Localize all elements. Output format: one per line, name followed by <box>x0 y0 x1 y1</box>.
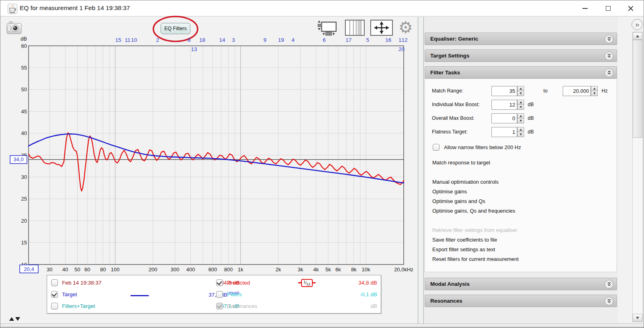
chevron-double-down-icon[interactable] <box>605 297 613 305</box>
legend-right-column: Predicted1⁄1234,8 dBFilters-0,1 dBResona… <box>216 277 377 312</box>
spin-down-button[interactable] <box>517 132 524 137</box>
svg-text:50: 50 <box>21 86 27 92</box>
allow-narrow-filters-checkbox[interactable] <box>433 144 440 151</box>
legend-checkbox-left[interactable] <box>51 303 58 310</box>
svg-text:15: 15 <box>21 240 27 246</box>
db-unit-label: dB <box>528 102 534 107</box>
svg-text:9: 9 <box>263 37 266 43</box>
legend-trace-label: Feb 14 19:38:37 <box>62 280 101 286</box>
svg-text:8: 8 <box>188 37 191 43</box>
spin-up-button[interactable] <box>517 86 524 91</box>
action-manual-optimisation-controls[interactable]: Manual optimisation controls <box>425 177 617 187</box>
section-filter-tasks[interactable]: Filter Tasks <box>425 66 617 79</box>
svg-text:19: 19 <box>278 37 284 43</box>
graph-splitter-control[interactable] <box>9 317 20 321</box>
svg-text:8k: 8k <box>351 266 357 273</box>
collapse-panel-button[interactable]: » <box>632 19 643 30</box>
overall-max-boost-label: Overall Max Boost: <box>432 115 491 121</box>
minimize-button[interactable] <box>574 0 596 16</box>
scroll-down-button[interactable] <box>633 314 642 322</box>
legend-checkbox-left[interactable] <box>51 279 58 286</box>
chevron-double-down-icon[interactable] <box>605 51 613 60</box>
window-title: EQ for measurement 1 Feb 14 19:38:37 <box>20 4 130 12</box>
legend-checkbox-left[interactable] <box>51 291 58 298</box>
chevron-double-down-icon[interactable] <box>605 280 613 289</box>
chevron-double-down-icon[interactable] <box>605 35 613 43</box>
spin-down-button[interactable] <box>517 119 524 123</box>
action-optimise-gains[interactable]: Optimise gains <box>425 187 617 196</box>
maximize-icon <box>606 6 611 11</box>
close-button[interactable] <box>619 0 642 16</box>
spin-up-button[interactable] <box>517 100 524 105</box>
eq-chart[interactable]: 6055504540353025201510dB3040506080100200… <box>9 35 417 276</box>
pan-zoom-button[interactable] <box>370 19 393 36</box>
section-modal-analysis[interactable]: Modal Analysis <box>425 278 617 290</box>
spin-up-button[interactable] <box>517 127 524 132</box>
legend-row-filters: Filters-0,1 dB <box>216 289 377 300</box>
legend-checkbox-right <box>216 303 223 310</box>
double-chevron-right-icon: » <box>635 20 640 28</box>
svg-text:12: 12 <box>401 37 407 43</box>
match-range-from-spinner <box>491 86 524 96</box>
legend-line-swatch <box>130 291 149 297</box>
individual-max-boost-input[interactable] <box>491 100 517 110</box>
svg-text:6: 6 <box>323 37 326 43</box>
action-retrieve-filter-settings-from-equaliser: Retrieve filter settings from equaliser <box>425 225 617 235</box>
svg-text:45: 45 <box>21 109 27 115</box>
legend-value: -0,1 dB <box>359 291 377 297</box>
overall-max-boost-input[interactable] <box>491 113 517 123</box>
match-range-from-input[interactable] <box>491 86 517 96</box>
hz-unit-label: Hz <box>601 88 607 94</box>
target-line-swatch <box>130 295 149 297</box>
chevron-double-up-icon[interactable] <box>605 68 613 77</box>
svg-text:20: 20 <box>398 46 405 52</box>
spin-up-button[interactable] <box>517 113 524 119</box>
filter-tasks-body: Match Range: to Hz Individual Max Boost: <box>425 79 617 272</box>
maximize-button[interactable] <box>597 0 619 16</box>
spin-down-button[interactable] <box>591 91 598 96</box>
svg-text:20,4: 20,4 <box>24 266 34 272</box>
gear-settings-icon[interactable]: ⚙ <box>397 19 414 36</box>
spin-up-button[interactable] <box>591 86 598 91</box>
panel-scrollbar[interactable] <box>632 32 643 322</box>
svg-text:13: 13 <box>191 46 197 52</box>
svg-text:30: 30 <box>47 266 52 273</box>
match-response-to-target-action[interactable]: Match response to target <box>425 158 617 167</box>
svg-text:60: 60 <box>21 43 27 49</box>
section-resonances[interactable]: Resonances <box>425 295 617 307</box>
splitter-down-icon <box>15 317 20 321</box>
splitter-up-icon <box>9 317 14 321</box>
svg-text:15: 15 <box>115 37 121 43</box>
legend-left-column: Feb 14 19:38:3734,8 dBTarget37,2 dBHOUSE… <box>51 277 239 312</box>
pane-divider[interactable] <box>418 17 424 328</box>
capture-graph-image-button[interactable] <box>6 20 22 35</box>
legend-trace-label: Target <box>62 291 77 297</box>
frequency-axis-button[interactable] <box>345 19 365 36</box>
flatness-target-input[interactable] <box>491 127 517 137</box>
legend-checkbox-right[interactable] <box>216 291 223 298</box>
action-export-filter-settings-as-text[interactable]: Export filter settings as text <box>425 244 617 254</box>
legend-row-filters-target: Filters+Target37,1 dB <box>51 300 239 312</box>
spin-down-button[interactable] <box>517 105 524 110</box>
action-reset-filters-for-current-measurement[interactable]: Reset filters for current measurement <box>425 254 617 264</box>
match-range-to-input[interactable] <box>563 86 591 96</box>
smoothing-1-12-icon[interactable]: 1⁄12 <box>301 279 313 287</box>
legend-checkbox-right[interactable] <box>216 279 223 286</box>
section-filter-tasks-title: Filter Tasks <box>430 70 460 76</box>
overall-max-boost-row: Overall Max Boost: dB <box>425 111 617 125</box>
scrollbar-thumb[interactable] <box>633 40 642 138</box>
svg-text:40: 40 <box>21 130 27 136</box>
scroll-up-button[interactable] <box>633 32 642 40</box>
legend-value: 34,8 dB <box>358 280 377 286</box>
eq-filters-button[interactable]: EQ Filters <box>161 23 190 34</box>
section-equaliser[interactable]: Equaliser: Generic <box>425 33 617 45</box>
action-optimise-gains-and-qs[interactable]: Optimise gains and Qs <box>425 196 617 206</box>
bottom-strip <box>0 324 644 328</box>
spin-down-button[interactable] <box>517 91 524 96</box>
legend-row-feb-14-19-38-37: Feb 14 19:38:3734,8 dB <box>51 277 239 289</box>
section-target-settings[interactable]: Target Settings <box>425 49 617 62</box>
svg-text:50: 50 <box>74 266 80 273</box>
action-save-filter-coefficients-to-file[interactable]: Save filter coefficients to file <box>425 235 617 244</box>
limits-button[interactable] <box>317 19 340 36</box>
action-optimise-gains-qs-and-frequencies[interactable]: Optimise gains, Qs and frequencies <box>425 206 617 215</box>
